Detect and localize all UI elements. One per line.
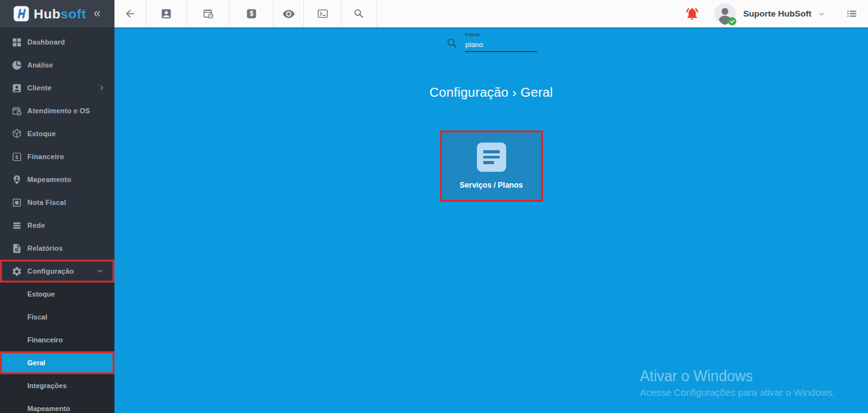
content-area: Filtrar Configuração › Geral Serviços / … [114,27,868,413]
submenu-item-label: Fiscal [27,313,47,321]
sidebar-item-mapeamento[interactable]: Mapeamento [0,168,114,191]
submenu-item-mapeamento[interactable]: Mapeamento [0,397,114,413]
breadcrumb: Configuração › Geral [429,85,553,100]
sidebar-item-label: Rede [27,221,45,229]
sidebar-item-atendimento[interactable]: Atendimento e OS [0,99,114,122]
submenu-item-label: Estoque [27,290,55,298]
search-icon [353,8,365,20]
servicos-planos-card[interactable]: Serviços / Planos [440,130,543,202]
bell-icon [685,6,699,21]
sidebar-item-financeiro[interactable]: $ Financeiro [0,145,114,168]
sidebar-item-label: Relatórios [27,244,63,252]
sidebar-item-label: Análise [27,61,53,69]
list-menu-button[interactable] [845,7,858,20]
watermark-title: Ativar o Windows [640,368,835,385]
filter-block: Filtrar [446,32,537,52]
sidebar-item-label: Estoque [27,130,56,137]
online-check-icon [728,17,736,25]
sidebar-item-label: Mapeamento [27,176,71,183]
billing-button[interactable]: $ [230,0,273,27]
avatar [714,3,736,25]
notifications-button[interactable] [685,6,699,21]
pie-chart-icon [11,60,22,71]
list-menu-icon [845,7,858,20]
sidebar-item-label: Nota Fiscal [27,199,66,206]
calendar-clock-icon [11,106,22,116]
submenu-item-label: Mapeamento [27,405,70,412]
back-button[interactable] [114,0,146,27]
calendar-clock-icon [202,8,214,20]
user-name: Suporte HubSoft [743,9,811,18]
brand-wordmark: Hubsoft [34,6,86,22]
card-label: Serviços / Planos [460,181,523,190]
sidebar-item-nota-fiscal[interactable]: Nota Fiscal [0,191,114,214]
chevron-right-icon [98,84,106,92]
user-menu[interactable]: Suporte HubSoft [714,3,826,25]
windows-activation-watermark: Ativar o Windows Acesse Configurações pa… [640,368,835,398]
search-button[interactable] [341,0,377,27]
arrow-back-icon [124,8,136,20]
submenu-item-label: Financeiro [27,336,63,344]
visibility-button[interactable] [273,0,304,27]
svg-text:$: $ [15,153,18,160]
account-box-icon [160,8,172,20]
hubsoft-logo-icon [13,6,29,22]
note-square-icon [11,197,22,208]
account-box-icon [11,83,22,94]
submenu-item-integracoes[interactable]: Integrações [0,374,114,397]
terminal-button[interactable] [304,0,341,27]
configuracao-submenu: Estoque Fiscal Financeiro Geral Integraç… [0,283,114,413]
svg-text:$: $ [249,10,253,17]
submenu-item-financeiro[interactable]: Financeiro [0,328,114,351]
sidebar-header: Hubsoft [0,0,114,27]
filter-input[interactable] [465,39,537,52]
gear-icon [11,266,22,277]
schedule-button[interactable] [187,0,230,27]
sidebar-item-dashboard[interactable]: Dashboard [0,31,114,53]
sidebar-item-configuracao[interactable]: Configuração [0,260,114,283]
submenu-item-label: Integrações [27,382,67,389]
eye-icon [282,8,295,20]
sidebar-item-relatorios[interactable]: Relatórios [0,237,114,260]
sidebar-item-label: Atendimento e OS [27,107,90,115]
dollar-icon: $ [245,8,258,20]
watermark-subtitle: Acesse Configurações para ativar o Windo… [640,387,835,398]
chevron-down-icon [817,10,826,18]
sidebar-item-cliente[interactable]: Cliente [0,76,114,99]
sidebar-item-label: Configuração [27,267,74,275]
chevron-down-icon [96,267,104,275]
sidebar-item-rede[interactable]: Rede [0,214,114,237]
topbar: Hubsoft [0,0,868,27]
filter-label: Filtrar [465,32,537,38]
stack-bars-icon [11,220,22,231]
submenu-item-estoque[interactable]: Estoque [0,283,114,305]
sidebar-collapse-icon[interactable] [92,8,102,19]
person-pin-icon [11,174,22,185]
main-area: Dashboard Análise Cliente [0,27,868,413]
topbar-spacer [377,0,685,27]
list-lines-icon [477,143,506,172]
cube-icon [11,129,22,139]
contacts-button[interactable] [146,0,187,27]
terminal-icon [317,8,329,20]
topbar-right: Suporte HubSoft [685,0,868,27]
sidebar-nav: Dashboard Análise Cliente [0,27,114,413]
dollar-box-icon: $ [11,151,22,162]
search-icon [446,37,458,49]
sidebar-item-label: Financeiro [27,153,64,160]
sidebar-item-estoque[interactable]: Estoque [0,122,114,145]
submenu-item-fiscal[interactable]: Fiscal [0,305,114,328]
sidebar-item-label: Cliente [27,84,52,92]
sidebar-item-label: Dashboard [27,38,65,46]
brand-hub: Hub [34,6,60,21]
submenu-item-label: Geral [27,359,45,367]
submenu-item-geral[interactable]: Geral [0,351,114,374]
sidebar-item-analise[interactable]: Análise [0,53,114,76]
brand-soft: soft [60,6,86,21]
grid-icon [11,37,22,48]
document-icon [11,243,22,254]
